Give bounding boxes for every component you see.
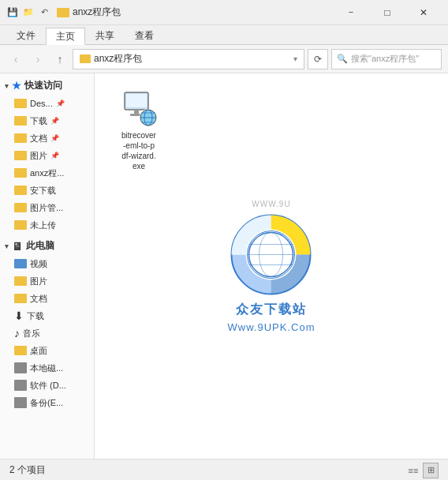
sidebar-item-label: 图片 — [30, 150, 47, 162]
sidebar-item-pc-pictures[interactable]: 图片 — [0, 272, 94, 290]
sidebar-item-anxz[interactable]: anxz程... — [0, 164, 94, 182]
maximize-button[interactable]: □ — [369, 0, 405, 25]
address-field[interactable]: anxz程序包 ▾ — [73, 49, 304, 69]
sidebar: ▾ ★ 快速访问 Des... 📌 下载 📌 文档 📌 图片 📌 anxz程..… — [0, 73, 95, 459]
undo-icon: ↶ — [38, 6, 50, 19]
list-view-button[interactable]: ≡≡ — [405, 463, 421, 478]
save-icon: 💾 — [6, 6, 19, 19]
folder-icon — [14, 259, 27, 268]
tab-file[interactable]: 文件 — [6, 27, 46, 44]
address-dropdown-icon: ▾ — [293, 54, 297, 63]
pin-icon: 📌 — [50, 117, 59, 125]
sidebar-item-documents[interactable]: 文档 📌 — [0, 129, 94, 147]
tab-home[interactable]: 主页 — [46, 28, 85, 45]
sidebar-item-label: 下载 — [30, 115, 47, 127]
sidebar-item-an-downloads[interactable]: 安下载 — [0, 182, 94, 199]
search-icon: 🔍 — [337, 54, 348, 64]
sidebar-item-label: 备份(E... — [30, 397, 63, 409]
this-pc-label: 此电脑 — [26, 239, 54, 253]
address-bar: ‹ › ↑ anxz程序包 ▾ ⟳ 🔍 搜索"anxz程序包" — [0, 45, 448, 73]
download-icon: ⬇ — [14, 309, 24, 322]
file-item[interactable]: bitrecover-eml-to-pdf-wizard.exe — [107, 86, 170, 174]
file-icon-container — [120, 89, 158, 127]
folder-icon — [14, 99, 27, 108]
sidebar-item-downloads[interactable]: 下载 📌 — [0, 112, 94, 129]
forward-button[interactable]: › — [28, 50, 47, 69]
quick-access-header[interactable]: ▾ ★ 快速访问 — [0, 77, 94, 95]
expand-arrow-icon: ▾ — [5, 242, 9, 250]
sidebar-item-label: 图片管... — [30, 202, 63, 214]
sidebar-item-not-uploaded[interactable]: 未上传 — [0, 216, 94, 234]
sidebar-item-des[interactable]: Des... 📌 — [0, 95, 94, 112]
folder-icon — [14, 276, 27, 286]
status-bar: 2 个项目 ≡≡ ⊞ — [0, 459, 448, 480]
sidebar-item-pc-downloads[interactable]: ⬇ 下载 — [0, 307, 94, 324]
sidebar-item-label: 文档 — [30, 133, 47, 144]
address-text: anxz程序包 — [94, 52, 142, 66]
close-button[interactable]: ✕ — [405, 0, 442, 25]
quick-access-label: 快速访问 — [24, 79, 62, 92]
sidebar-item-label: anxz程... — [30, 167, 64, 179]
sidebar-item-label: 图片 — [30, 276, 47, 287]
watermark-brand-top: 众友下载站 — [236, 302, 307, 318]
watermark-brand-bottom: Www.9UPK.Com — [228, 321, 315, 333]
folder-icon — [14, 186, 27, 195]
sidebar-item-label: 桌面 — [30, 345, 47, 357]
window-title: anxz程序包 — [73, 6, 333, 19]
drive-icon — [14, 380, 27, 391]
svg-point-0 — [232, 216, 311, 294]
search-placeholder: 搜索"anxz程序包" — [351, 53, 419, 65]
folder-icon — [14, 133, 27, 143]
folder-icon — [14, 346, 27, 355]
content-area: WWW.9U 众友下载站 — [95, 73, 448, 459]
search-field[interactable]: 🔍 搜索"anxz程序包" — [331, 49, 442, 69]
sidebar-item-local-disk[interactable]: 本地磁... — [0, 359, 94, 377]
folder-color-icon — [57, 8, 69, 17]
drive-icon — [14, 397, 27, 408]
view-icons: ≡≡ ⊞ — [405, 463, 439, 478]
sidebar-item-label: 安下载 — [30, 185, 56, 197]
back-button[interactable]: ‹ — [6, 50, 25, 69]
sidebar-item-pic-mgr[interactable]: 图片管... — [0, 199, 94, 216]
grid-view-button[interactable]: ⊞ — [423, 463, 439, 478]
sidebar-item-label: Des... — [30, 99, 53, 108]
minimize-button[interactable]: － — [333, 0, 369, 25]
expand-arrow-icon: ▾ — [5, 82, 9, 90]
sidebar-item-soft-drive[interactable]: 软件 (D... — [0, 377, 94, 394]
folder-icon: 📁 — [22, 6, 35, 19]
folder-icon — [14, 151, 27, 160]
this-pc-header[interactable]: ▾ 🖥 此电脑 — [0, 237, 94, 255]
window-controls: － □ ✕ — [333, 0, 442, 25]
sidebar-item-label: 视频 — [30, 258, 47, 270]
svg-rect-10 — [134, 110, 139, 114]
svg-point-2 — [248, 231, 295, 279]
sidebar-item-label: 软件 (D... — [30, 380, 66, 392]
file-label: bitrecover-eml-to-pdf-wizard.exe — [107, 130, 170, 171]
folder-icon — [14, 220, 27, 230]
sidebar-item-music[interactable]: ♪ 音乐 — [0, 324, 94, 342]
sidebar-item-desktop[interactable]: 桌面 — [0, 342, 94, 359]
main-area: ▾ ★ 快速访问 Des... 📌 下载 📌 文档 📌 图片 📌 anxz程..… — [0, 73, 448, 459]
sidebar-item-videos[interactable]: 视频 — [0, 255, 94, 272]
tab-view[interactable]: 查看 — [125, 27, 164, 44]
music-icon: ♪ — [14, 327, 20, 339]
computer-icon: 🖥 — [12, 240, 23, 253]
up-button[interactable]: ↑ — [50, 50, 69, 69]
sidebar-item-pictures[interactable]: 图片 📌 — [0, 147, 94, 164]
title-bar: 💾 📁 ↶ anxz程序包 － □ ✕ — [0, 0, 448, 25]
watermark-circle — [228, 212, 315, 298]
folder-icon — [14, 168, 27, 178]
refresh-button[interactable]: ⟳ — [308, 49, 328, 69]
pin-icon: 📌 — [56, 99, 65, 107]
sidebar-item-label: 音乐 — [23, 328, 40, 339]
item-count: 2 个项目 — [9, 463, 46, 477]
sidebar-item-label: 文档 — [30, 293, 47, 305]
drive-icon — [14, 362, 27, 373]
star-icon: ★ — [12, 80, 21, 92]
ribbon: 文件 主页 共享 查看 — [0, 25, 448, 45]
watermark-url-top: WWW.9U — [252, 200, 290, 208]
sidebar-item-pc-documents[interactable]: 文档 — [0, 290, 94, 307]
tab-share[interactable]: 共享 — [85, 27, 125, 44]
svg-point-1 — [246, 230, 297, 280]
sidebar-item-backup-drive[interactable]: 备份(E... — [0, 394, 94, 411]
